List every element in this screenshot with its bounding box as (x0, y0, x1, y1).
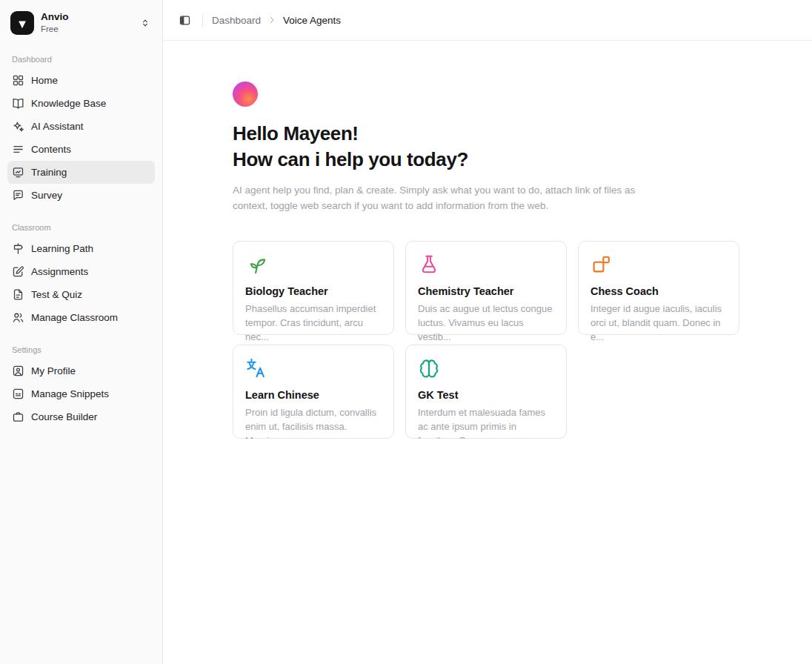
sidebar-item-manage-snippets[interactable]: Manage Snippets (7, 382, 155, 405)
agent-card-chemistry-teacher[interactable]: Chemistry Teacher Duis ac augue ut lectu… (405, 241, 567, 335)
flask-icon (418, 253, 554, 277)
workspace-plan-badge: Free (41, 24, 69, 34)
sidebar-item-ai-assistant[interactable]: AI Assistant (7, 115, 155, 138)
sidebar-item-test-quiz[interactable]: Test & Quiz (7, 283, 155, 306)
grid-icon (12, 74, 24, 87)
sidebar-item-label: Contents (31, 144, 71, 155)
agent-card-title: Chess Coach (590, 285, 727, 297)
agent-card-title: Chemistry Teacher (418, 285, 554, 297)
open-book-icon (12, 97, 24, 110)
ai-gradient-orb-icon (233, 82, 258, 107)
breadcrumb-dashboard[interactable]: Dashboard (212, 15, 261, 26)
users-icon (12, 311, 24, 324)
seedling-icon (245, 253, 382, 277)
chessboard-icon (590, 253, 727, 277)
workspace-switcher[interactable]: Anvio Free (7, 7, 155, 39)
sidebar-item-training[interactable]: Training (7, 161, 155, 184)
sidebar-item-manage-classroom[interactable]: Manage Classroom (7, 306, 155, 329)
section-label-settings: Settings (7, 345, 155, 354)
profile-card-icon (12, 365, 24, 377)
sidebar: Anvio Free Dashboard Home Knowledge Base (0, 0, 163, 664)
agent-card-grid: Biology Teacher Phasellus accumsan imper… (233, 241, 812, 439)
sidebar-item-label: Knowledge Base (31, 98, 106, 109)
snippet-square-icon (12, 388, 24, 400)
agent-card-title: GK Test (418, 389, 554, 401)
sidebar-item-label: Home (31, 75, 58, 86)
chevron-updown-icon[interactable] (139, 16, 152, 30)
workspace-info: Anvio Free (41, 11, 69, 34)
sidebar-item-label: AI Assistant (31, 121, 84, 132)
briefcase-icon (12, 411, 24, 423)
sidebar-item-survey[interactable]: Survey (7, 184, 155, 207)
edit-square-icon (12, 265, 24, 278)
app-window: Anvio Free Dashboard Home Knowledge Base (0, 0, 812, 664)
agent-card-description: Integer id augue iaculis, iaculis orci u… (590, 302, 727, 345)
file-lines-icon (12, 288, 24, 301)
section-label-dashboard: Dashboard (7, 55, 155, 64)
sidebar-toggle-icon[interactable] (176, 12, 193, 29)
sidebar-item-label: Course Builder (31, 411, 97, 422)
sidebar-item-label: My Profile (31, 365, 76, 376)
agent-card-title: Biology Teacher (245, 285, 382, 297)
signpost-icon (12, 242, 24, 255)
agent-card-description: Duis ac augue ut lectus congue luctus. V… (418, 302, 554, 345)
chat-bubble-icon (12, 189, 24, 202)
page-description: AI agent help you find, plan & create. S… (233, 182, 636, 214)
greeting-line-2: How can i help you today? (233, 147, 812, 173)
sparkles-icon (12, 120, 24, 133)
sidebar-item-label: Survey (31, 190, 62, 201)
breadcrumb: Dashboard Voice Agents (212, 15, 341, 26)
sidebar-item-label: Training (31, 167, 67, 178)
sidebar-item-label: Manage Snippets (31, 388, 109, 399)
sidebar-item-label: Assignments (31, 266, 88, 277)
agent-card-gk-test[interactable]: GK Test Interdum et malesuada fames ac a… (405, 345, 567, 439)
list-lines-icon (12, 143, 24, 156)
section-label-classroom: Classroom (7, 223, 155, 232)
sidebar-item-assignments[interactable]: Assignments (7, 260, 155, 283)
sidebar-item-my-profile[interactable]: My Profile (7, 359, 155, 382)
greeting-line-1: Hello Mayeen! (233, 121, 812, 147)
topbar: Dashboard Voice Agents (163, 0, 812, 41)
agent-card-description: Proin id ligula dictum, convallis enim u… (245, 406, 382, 439)
presentation-icon (12, 166, 24, 179)
sidebar-item-label: Learning Path (31, 243, 93, 254)
agent-card-chess-coach[interactable]: Chess Coach Integer id augue iaculis, ia… (578, 241, 739, 335)
workspace-name: Anvio (41, 11, 69, 24)
sidebar-item-learning-path[interactable]: Learning Path (7, 237, 155, 260)
page-content: Hello Mayeen! How can i help you today? … (163, 41, 812, 439)
page-title: Hello Mayeen! How can i help you today? (233, 121, 812, 173)
sidebar-item-label: Manage Classroom (31, 312, 118, 323)
sidebar-item-knowledge-base[interactable]: Knowledge Base (7, 92, 155, 115)
topbar-divider (202, 14, 203, 27)
sidebar-item-contents[interactable]: Contents (7, 138, 155, 161)
breadcrumb-voice-agents: Voice Agents (283, 15, 341, 26)
agent-card-description: Phasellus accumsan imperdiet tempor. Cra… (245, 302, 382, 345)
agent-card-learn-chinese[interactable]: Learn Chinese Proin id ligula dictum, co… (233, 345, 394, 439)
agent-card-description: Interdum et malesuada fames ac ante ipsu… (418, 406, 554, 439)
chevron-right-icon (267, 16, 276, 24)
translate-icon (245, 357, 382, 381)
main-area: Dashboard Voice Agents Hello Mayeen! How… (163, 0, 812, 664)
sidebar-item-home[interactable]: Home (7, 69, 155, 92)
brain-icon (418, 357, 554, 381)
agent-card-biology-teacher[interactable]: Biology Teacher Phasellus accumsan imper… (233, 241, 394, 335)
agent-card-title: Learn Chinese (245, 389, 382, 401)
sidebar-item-course-builder[interactable]: Course Builder (7, 405, 155, 428)
sidebar-item-label: Test & Quiz (31, 289, 82, 300)
anvio-logo-icon (10, 11, 34, 35)
